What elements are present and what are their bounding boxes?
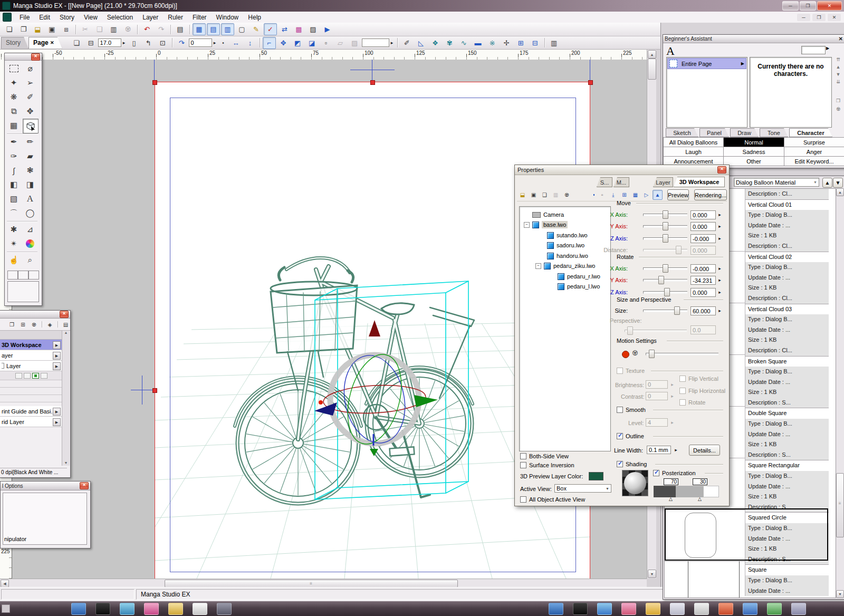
dropdown-arrow-icon[interactable]: ▼ [606, 487, 609, 490]
crop-handle[interactable] [588, 80, 593, 85]
tool-pen[interactable]: ✒ [6, 135, 21, 149]
tool-focus-line[interactable]: ✴ [6, 237, 21, 251]
menu-help[interactable]: Help [243, 13, 266, 22]
tree-base-lwo[interactable]: − base.lwo [524, 220, 568, 229]
kw-normal[interactable]: Normal [723, 137, 784, 147]
size-spinner-icon[interactable]: ▸ [717, 306, 723, 315]
material-down-folder-icon[interactable]: ▼ [833, 178, 843, 188]
tool-text[interactable]: A [23, 192, 37, 206]
child-restore-button[interactable]: ❐ [812, 13, 826, 22]
layer-menu-icon[interactable]: ▶ [53, 408, 61, 416]
ruler-palette-menu-button[interactable]: ▥ [548, 37, 561, 49]
tool-object-selector[interactable]: ➢ [23, 76, 37, 90]
scroll-left-icon[interactable]: ◀ [1, 580, 9, 588]
flip-vertical-button[interactable]: ↕ [244, 37, 257, 49]
straight-ruler-button[interactable]: ▬ [472, 37, 485, 49]
tool-fill[interactable]: ◧ [6, 178, 21, 191]
guide-a-button[interactable]: ▱ [334, 37, 347, 49]
options-title-bar[interactable]: l Options ✕ [1, 482, 90, 490]
french-curve-button[interactable]: ∿ [457, 37, 471, 49]
color-swatch-white[interactable] [18, 271, 28, 280]
crop-handle[interactable] [370, 80, 375, 85]
options-close-icon[interactable]: ✕ [80, 482, 89, 489]
tab-sketch[interactable]: Sketch [666, 128, 698, 137]
pen-ruler-button[interactable]: ✐ [400, 37, 414, 49]
tool-shape[interactable]: ◯ [23, 206, 37, 220]
tab-story[interactable]: Story [1, 37, 28, 49]
collapse-button[interactable]: ⊟ [84, 37, 98, 49]
both-side-view-checkbox[interactable]: Both-Side View [520, 453, 569, 459]
view-single-toggle[interactable]: ▫ [597, 190, 607, 200]
rotate-y-spinner-icon[interactable]: ▸ [717, 276, 723, 284]
rotation-input[interactable]: 0 [189, 38, 212, 47]
material-name[interactable]: Broken Square [745, 356, 829, 367]
material-name[interactable]: Vertical Cloud 01 [745, 199, 829, 210]
action-play-button[interactable]: ▶ [321, 23, 334, 35]
tab-layer[interactable]: Layer [653, 177, 673, 187]
surface-inversion-checkbox[interactable]: Surface Inversion [520, 462, 574, 468]
assistant-close-icon[interactable]: ✕ [839, 36, 843, 42]
details-button[interactable]: Details... [689, 445, 720, 456]
materials-scrollbar[interactable]: ▲ ≡ ▼ [836, 188, 843, 598]
tool-marker[interactable]: ✑ [6, 149, 21, 163]
material-name[interactable]: Double Square [745, 408, 829, 419]
tab-draw[interactable]: Draw [730, 128, 759, 137]
taskbar-icon[interactable] [670, 603, 685, 615]
move-x-spinner-icon[interactable]: ▸ [717, 210, 723, 219]
active-view-select[interactable]: Box ▼ [554, 484, 611, 493]
layer-menu-icon[interactable]: ▶ [53, 362, 61, 370]
posterization-checkbox[interactable]: Posterization [653, 470, 696, 476]
material-category-dropdown[interactable]: Dialog Balloon Material ▼ [734, 178, 819, 187]
tree-camera[interactable]: Camera [532, 210, 564, 219]
props-paste-icon[interactable]: ▥ [551, 190, 561, 200]
size-slider[interactable] [643, 306, 687, 314]
taskbar-icon[interactable] [549, 603, 563, 615]
collapse-icon[interactable]: − [524, 222, 530, 228]
toolbox-close-icon[interactable]: ✕ [31, 53, 40, 61]
new-layer-icon[interactable]: ❐ [7, 320, 17, 330]
line-width-spinner-icon[interactable]: ▸ [673, 446, 679, 454]
tool-lasso[interactable]: ⌀ [23, 62, 37, 75]
tool-pencil[interactable]: ✏ [23, 135, 37, 149]
snap-ruler-toggle[interactable]: ⌐ [263, 37, 276, 49]
menu-window[interactable]: Window [212, 13, 244, 22]
layers-menu-icon[interactable]: ▤ [61, 320, 71, 330]
taskbar-start-icon[interactable] [2, 604, 10, 613]
move-x-input[interactable]: 0.000 [690, 210, 716, 219]
redo-button[interactable]: ↷ [155, 23, 168, 35]
move-y-slider[interactable] [643, 222, 687, 230]
texture-checkbox[interactable]: Texture [617, 368, 645, 374]
posterization-bar[interactable] [654, 486, 719, 497]
kw-sadness[interactable]: Sadness [723, 147, 784, 157]
layers-scrollbar[interactable]: ▲ ▼ [62, 331, 70, 466]
tool-move[interactable]: ✥ [23, 104, 37, 118]
tool-panel-knife[interactable]: ⧉ [6, 104, 21, 118]
kw-edit-keyword[interactable]: Edit Keyword... [784, 156, 844, 166]
taskbar-icon[interactable] [71, 603, 86, 615]
list-item-entire-page[interactable]: Entire Page ▶ [667, 58, 746, 69]
play-preview-toggle[interactable]: ▷ [641, 190, 651, 200]
move-bottom-icon[interactable]: ⇊ [834, 79, 842, 86]
assistant-target-list[interactable]: Entire Page ▶ [666, 57, 747, 128]
posterization-low-value[interactable]: 70 [664, 478, 678, 485]
move-y-spinner-icon[interactable]: ▸ [717, 222, 723, 230]
layer-menu-icon[interactable]: ▶ [53, 352, 61, 360]
focus-lines-button[interactable]: ※ [486, 37, 499, 49]
move-down-icon[interactable]: ▼ [834, 72, 842, 79]
story-editor-toggle[interactable]: ▦ [193, 23, 206, 35]
taskbar-icon[interactable] [144, 603, 159, 615]
props-copy-icon[interactable]: ❑ [540, 190, 550, 200]
kw-laugh[interactable]: Laugh [663, 147, 724, 157]
tab-close-icon[interactable]: ✕ [50, 40, 54, 45]
scroll-down-icon[interactable]: ▼ [62, 461, 70, 465]
tool-frame-ruler[interactable]: ▦ [6, 119, 21, 132]
material-name[interactable]: Vertical Cloud 02 [745, 252, 829, 263]
import-object-icon[interactable]: ⤓ [608, 190, 618, 200]
open-button[interactable]: ⬓ [31, 23, 44, 35]
rotate-x-input[interactable]: -0.000 [690, 264, 716, 273]
taskbar-icon[interactable] [646, 603, 660, 615]
snap-special-toggle[interactable]: ◩ [291, 37, 304, 49]
taskbar-icon[interactable] [597, 603, 612, 615]
shading-sphere-preview[interactable] [622, 470, 648, 496]
page-shuttle-button[interactable]: ❏ [70, 37, 83, 49]
